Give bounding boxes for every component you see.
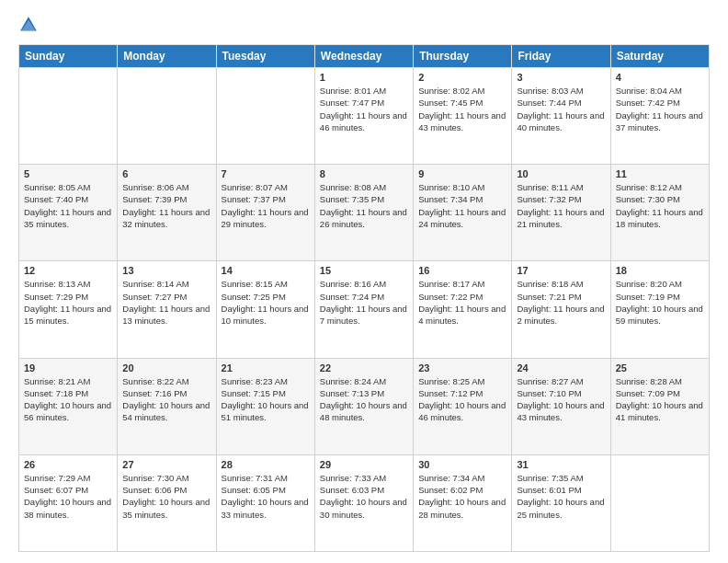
day-number: 4 (616, 72, 704, 83)
calendar-day-header: Wednesday (314, 45, 413, 68)
calendar-cell: 11Sunrise: 8:12 AM Sunset: 7:30 PM Dayli… (610, 165, 709, 261)
header (18, 15, 710, 35)
day-number: 3 (517, 72, 605, 83)
day-info: Sunrise: 8:04 AM Sunset: 7:42 PM Dayligh… (616, 85, 704, 133)
day-number: 28 (222, 459, 310, 470)
day-info: Sunrise: 8:22 AM Sunset: 7:16 PM Dayligh… (122, 375, 210, 424)
calendar-header-row: SundayMondayTuesdayWednesdayThursdayFrid… (19, 45, 710, 68)
calendar-cell (118, 68, 216, 165)
calendar-cell: 19Sunrise: 8:21 AM Sunset: 7:18 PM Dayli… (19, 358, 118, 454)
day-number: 30 (418, 459, 506, 470)
day-number: 17 (517, 265, 605, 276)
calendar-cell: 29Sunrise: 7:33 AM Sunset: 6:03 PM Dayli… (314, 454, 413, 551)
day-info: Sunrise: 7:29 AM Sunset: 6:07 PM Dayligh… (24, 472, 112, 521)
calendar-cell: 7Sunrise: 8:07 AM Sunset: 7:37 PM Daylig… (216, 165, 314, 261)
calendar-cell: 18Sunrise: 8:20 AM Sunset: 7:19 PM Dayli… (610, 261, 709, 358)
calendar-cell: 17Sunrise: 8:18 AM Sunset: 7:21 PM Dayli… (512, 261, 610, 358)
day-number: 13 (122, 265, 210, 276)
calendar-cell: 2Sunrise: 8:02 AM Sunset: 7:45 PM Daylig… (414, 68, 512, 165)
calendar-cell: 22Sunrise: 8:24 AM Sunset: 7:13 PM Dayli… (314, 358, 413, 454)
calendar-cell: 21Sunrise: 8:23 AM Sunset: 7:15 PM Dayli… (216, 358, 314, 454)
day-number: 6 (122, 168, 210, 179)
day-info: Sunrise: 8:01 AM Sunset: 7:47 PM Dayligh… (320, 85, 408, 133)
calendar-week-row: 19Sunrise: 8:21 AM Sunset: 7:18 PM Dayli… (19, 358, 710, 454)
day-number: 11 (616, 168, 704, 179)
day-info: Sunrise: 8:07 AM Sunset: 7:37 PM Dayligh… (222, 181, 310, 230)
calendar-cell: 8Sunrise: 8:08 AM Sunset: 7:35 PM Daylig… (314, 165, 413, 261)
calendar-week-row: 12Sunrise: 8:13 AM Sunset: 7:29 PM Dayli… (19, 261, 710, 358)
calendar-cell: 23Sunrise: 8:25 AM Sunset: 7:12 PM Dayli… (414, 358, 512, 454)
day-number: 29 (320, 459, 408, 470)
calendar-cell: 14Sunrise: 8:15 AM Sunset: 7:25 PM Dayli… (216, 261, 314, 358)
day-info: Sunrise: 8:23 AM Sunset: 7:15 PM Dayligh… (222, 375, 310, 424)
calendar-week-row: 1Sunrise: 8:01 AM Sunset: 7:47 PM Daylig… (19, 68, 710, 165)
day-info: Sunrise: 8:05 AM Sunset: 7:40 PM Dayligh… (24, 181, 112, 230)
day-number: 18 (616, 265, 704, 276)
day-info: Sunrise: 8:20 AM Sunset: 7:19 PM Dayligh… (616, 278, 704, 327)
calendar-cell: 25Sunrise: 8:28 AM Sunset: 7:09 PM Dayli… (610, 358, 709, 454)
day-number: 21 (222, 362, 310, 373)
day-number: 7 (222, 168, 310, 179)
day-number: 22 (320, 362, 408, 373)
day-info: Sunrise: 8:11 AM Sunset: 7:32 PM Dayligh… (517, 181, 605, 230)
calendar-week-row: 5Sunrise: 8:05 AM Sunset: 7:40 PM Daylig… (19, 165, 710, 261)
svg-marker-1 (21, 20, 35, 31)
calendar-cell: 4Sunrise: 8:04 AM Sunset: 7:42 PM Daylig… (610, 68, 709, 165)
calendar-cell: 28Sunrise: 7:31 AM Sunset: 6:05 PM Dayli… (216, 454, 314, 551)
calendar-day-header: Saturday (610, 45, 709, 68)
day-info: Sunrise: 8:14 AM Sunset: 7:27 PM Dayligh… (122, 278, 210, 327)
day-number: 10 (517, 168, 605, 179)
day-info: Sunrise: 8:28 AM Sunset: 7:09 PM Dayligh… (616, 375, 704, 424)
calendar-cell (610, 454, 709, 551)
calendar-cell: 31Sunrise: 7:35 AM Sunset: 6:01 PM Dayli… (512, 454, 610, 551)
calendar-cell: 13Sunrise: 8:14 AM Sunset: 7:27 PM Dayli… (118, 261, 216, 358)
calendar-day-header: Thursday (414, 45, 512, 68)
day-info: Sunrise: 7:31 AM Sunset: 6:05 PM Dayligh… (222, 472, 310, 521)
calendar-cell: 9Sunrise: 8:10 AM Sunset: 7:34 PM Daylig… (414, 165, 512, 261)
day-number: 24 (517, 362, 605, 373)
calendar-week-row: 26Sunrise: 7:29 AM Sunset: 6:07 PM Dayli… (19, 454, 710, 551)
day-info: Sunrise: 7:35 AM Sunset: 6:01 PM Dayligh… (517, 472, 605, 521)
page: SundayMondayTuesdayWednesdayThursdayFrid… (0, 0, 728, 563)
day-info: Sunrise: 7:30 AM Sunset: 6:06 PM Dayligh… (122, 472, 210, 521)
day-info: Sunrise: 8:16 AM Sunset: 7:24 PM Dayligh… (320, 278, 408, 327)
day-number: 16 (418, 265, 506, 276)
calendar-cell: 6Sunrise: 8:06 AM Sunset: 7:39 PM Daylig… (118, 165, 216, 261)
calendar-day-header: Friday (512, 45, 610, 68)
calendar-cell: 5Sunrise: 8:05 AM Sunset: 7:40 PM Daylig… (19, 165, 118, 261)
day-number: 19 (24, 362, 112, 373)
day-number: 23 (418, 362, 506, 373)
day-number: 5 (24, 168, 112, 179)
calendar-cell: 10Sunrise: 8:11 AM Sunset: 7:32 PM Dayli… (512, 165, 610, 261)
calendar-cell: 3Sunrise: 8:03 AM Sunset: 7:44 PM Daylig… (512, 68, 610, 165)
calendar-cell (19, 68, 118, 165)
day-number: 8 (320, 168, 408, 179)
day-number: 15 (320, 265, 408, 276)
day-info: Sunrise: 7:34 AM Sunset: 6:02 PM Dayligh… (418, 472, 506, 521)
day-info: Sunrise: 8:15 AM Sunset: 7:25 PM Dayligh… (222, 278, 310, 327)
day-number: 27 (122, 459, 210, 470)
calendar-cell: 24Sunrise: 8:27 AM Sunset: 7:10 PM Dayli… (512, 358, 610, 454)
calendar-day-header: Monday (118, 45, 216, 68)
day-info: Sunrise: 8:18 AM Sunset: 7:21 PM Dayligh… (517, 278, 605, 327)
day-info: Sunrise: 8:27 AM Sunset: 7:10 PM Dayligh… (517, 375, 605, 424)
calendar-cell: 26Sunrise: 7:29 AM Sunset: 6:07 PM Dayli… (19, 454, 118, 551)
calendar-day-header: Tuesday (216, 45, 314, 68)
logo (18, 15, 42, 35)
calendar-cell: 15Sunrise: 8:16 AM Sunset: 7:24 PM Dayli… (314, 261, 413, 358)
day-number: 1 (320, 72, 408, 83)
day-number: 25 (616, 362, 704, 373)
day-info: Sunrise: 8:08 AM Sunset: 7:35 PM Dayligh… (320, 181, 408, 230)
calendar-cell: 30Sunrise: 7:34 AM Sunset: 6:02 PM Dayli… (414, 454, 512, 551)
day-number: 2 (418, 72, 506, 83)
day-number: 31 (517, 459, 605, 470)
calendar-cell: 12Sunrise: 8:13 AM Sunset: 7:29 PM Dayli… (19, 261, 118, 358)
calendar-cell: 1Sunrise: 8:01 AM Sunset: 7:47 PM Daylig… (314, 68, 413, 165)
day-info: Sunrise: 7:33 AM Sunset: 6:03 PM Dayligh… (320, 472, 408, 521)
day-info: Sunrise: 8:10 AM Sunset: 7:34 PM Dayligh… (418, 181, 506, 230)
calendar-cell: 16Sunrise: 8:17 AM Sunset: 7:22 PM Dayli… (414, 261, 512, 358)
calendar-cell (216, 68, 314, 165)
day-info: Sunrise: 8:25 AM Sunset: 7:12 PM Dayligh… (418, 375, 506, 424)
calendar-table: SundayMondayTuesdayWednesdayThursdayFrid… (18, 44, 710, 552)
day-info: Sunrise: 8:13 AM Sunset: 7:29 PM Dayligh… (24, 278, 112, 327)
